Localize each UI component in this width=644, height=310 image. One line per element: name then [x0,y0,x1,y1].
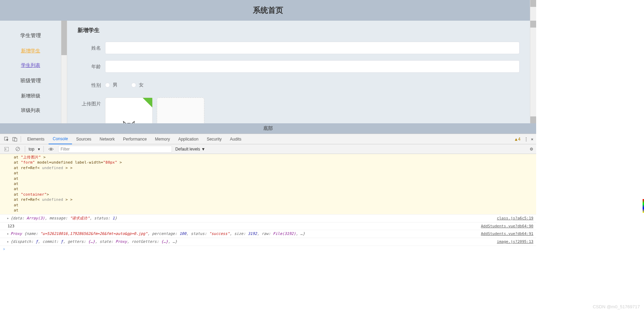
main-scrollbar[interactable] [530,21,536,123]
radio-icon [131,83,136,87]
devtools-tab-audits[interactable]: Audits [226,134,245,144]
warning-stacktrace: at "上传图片" >at "form" model=undefined lab… [0,154,536,214]
label-upload: 上传图片 [78,97,105,110]
input-name[interactable] [105,42,520,54]
cat-image-icon [121,120,137,123]
footer-text: 底部 [263,125,273,132]
radio-female[interactable]: 女 [131,82,144,88]
source-link[interactable]: AddStudents.vue?db64:90 [481,223,533,229]
console-prompt[interactable]: › [0,246,536,252]
sidebar-item-label[interactable]: 新增学生 [21,48,40,53]
sidebar-item-add-student[interactable]: 新增学生 [0,44,61,58]
device-toggle-icon[interactable] [11,135,19,143]
radio-icon [105,83,110,87]
devtools-tab-console[interactable]: Console [49,134,72,144]
uploaded-image-card[interactable] [105,97,153,123]
devtools-tab-sources[interactable]: Sources [72,134,95,144]
form-title: 新增学生 [78,27,520,34]
sidebar-group-students[interactable]: 学生管理 [0,28,61,44]
inspect-icon[interactable] [3,135,10,143]
app-window: 系统首页 学生管理 新增学生 学生列表 班级管理 新增班级 班级列表 新增学生 … [0,0,536,134]
devtools-tab-security[interactable]: Security [203,134,226,144]
main-content: 新增学生 姓名 年龄 性别 男 女 上传图片 [67,21,530,123]
source-link[interactable]: class.js?a6c5:19 [497,215,533,221]
console-log-row[interactable]: ▸Proxy {name: "u=526218016,179286562&fm=… [0,230,536,238]
console-toolbar: top ▾ Filter Default levels ▼ ⚙ [0,144,536,154]
svg-line-12 [16,148,19,151]
filter-input[interactable]: Filter [58,146,172,153]
radio-male[interactable]: 男 [105,82,117,88]
devtools-panel: ElementsConsoleSourcesNetworkPerformance… [0,134,536,252]
sidebar-item-label[interactable]: 新增班级 [21,93,40,99]
warn-count: 4 [518,137,521,142]
devtools-tabs: ElementsConsoleSourcesNetworkPerformance… [0,134,536,144]
devtools-tab-application[interactable]: Application [174,134,203,144]
clear-console-icon[interactable] [14,145,21,153]
context-selector[interactable]: top ▾ [29,147,40,152]
sidebar-item-class-list[interactable]: 班级列表 [0,103,61,118]
sidebar-item-label[interactable]: 学生列表 [21,62,40,68]
svg-rect-10 [4,147,9,151]
console-log-row[interactable]: 123AddStudents.vue?db64:90 [0,222,536,230]
radio-label: 女 [139,82,144,88]
input-age[interactable] [105,60,520,73]
label-gender: 性别 [78,79,105,91]
sidebar: 学生管理 新增学生 学生列表 班级管理 新增班级 班级列表 [0,21,61,123]
label-name: 姓名 [78,42,105,54]
sidebar-group-classes[interactable]: 班级管理 [0,73,61,89]
console-log-row[interactable]: ▸{dispatch: ƒ, commit: ƒ, getters: {…}, … [0,238,536,246]
log-levels-selector[interactable]: Default levels ▼ [175,147,205,152]
upload-add-card[interactable] [157,97,204,123]
source-link[interactable]: AddStudents.vue?db64:91 [481,231,533,237]
eye-icon[interactable] [47,145,55,153]
settings-gear-icon[interactable]: ⚙ [530,147,533,152]
colorbar-decoration [643,199,644,213]
devtools-tab-memory[interactable]: Memory [151,134,174,144]
page-title: 系统首页 [253,5,283,16]
sidebar-scrollbar[interactable] [61,21,67,123]
svg-point-13 [50,148,52,150]
header-scrollbar[interactable] [530,0,536,21]
devtools-tab-performance[interactable]: Performance [119,134,151,144]
console-log-row[interactable]: ▸{data: Array(3), message: "请求成功", statu… [0,214,536,222]
sidebar-item-add-class[interactable]: 新增班级 [0,89,61,103]
sidebar-item-label[interactable]: 班级列表 [21,107,40,113]
page-header: 系统首页 [0,0,536,21]
svg-rect-9 [14,138,17,141]
devtools-tab-elements[interactable]: Elements [23,134,49,144]
devtools-tab-network[interactable]: Network [95,134,119,144]
radio-label: 男 [113,82,117,88]
page-footer: 底部 [0,123,536,134]
show-console-icon[interactable] [3,145,10,153]
upload-area [105,97,204,123]
warnings-badge[interactable]: ▲ 4 [515,137,520,142]
success-corner-icon [143,98,152,107]
main-container: 学生管理 新增学生 学生列表 班级管理 新增班级 班级列表 新增学生 姓名 年龄… [0,21,536,123]
kebab-menu-icon[interactable]: ⋮ [524,137,528,142]
console-output: at "上传图片" >at "form" model=undefined lab… [0,154,536,252]
gender-radio-group: 男 女 [105,79,144,91]
label-age: 年龄 [78,60,105,73]
close-icon[interactable]: ✕ [531,137,533,142]
sidebar-item-student-list[interactable]: 学生列表 [0,58,61,73]
source-link[interactable]: image.js?2095:13 [497,239,533,245]
